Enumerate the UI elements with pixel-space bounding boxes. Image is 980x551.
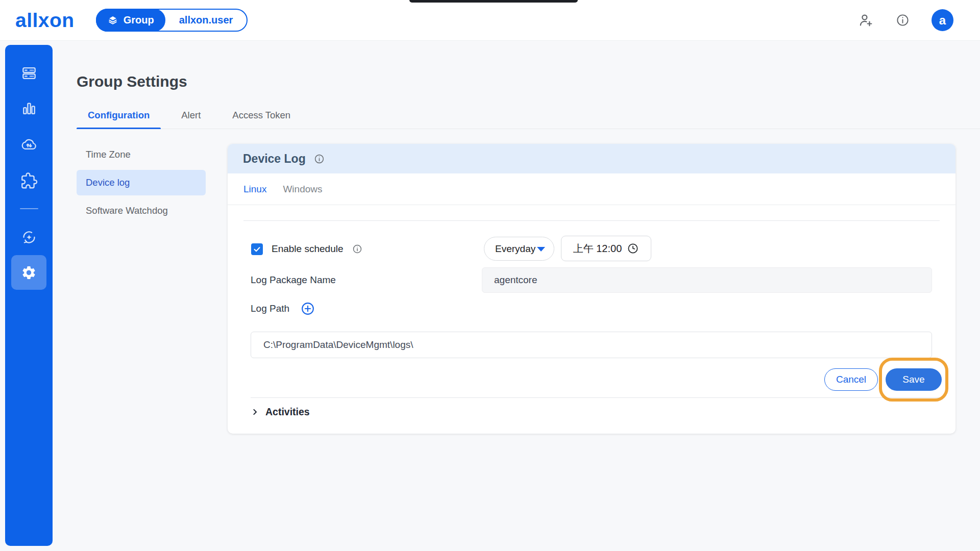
cancel-button[interactable]: Cancel (824, 368, 878, 391)
os-tabbar: Linux Windows (228, 173, 955, 205)
footer-divider (251, 397, 940, 398)
log-path-row: Log Path (251, 302, 315, 316)
plugins-icon[interactable] (20, 172, 37, 189)
page-title: Group Settings (77, 73, 187, 90)
schedule-time-field[interactable]: 上午 12:00 (561, 236, 651, 261)
settings-tabbar: Configuration Alert Access Token (77, 102, 980, 129)
chevron-right-icon (251, 408, 259, 416)
user-avatar[interactable]: a (932, 9, 953, 31)
frequency-dropdown[interactable]: Everyday (484, 237, 554, 261)
tab-access-token[interactable]: Access Token (221, 102, 302, 129)
ota-cloud-icon[interactable] (20, 136, 38, 153)
sidebar-divider (20, 208, 38, 209)
layers-icon (107, 15, 118, 26)
app-header: allxon Group allxon.user (0, 0, 980, 41)
add-log-path-icon[interactable] (301, 302, 315, 316)
schedule-time-value: 上午 12:00 (573, 242, 622, 256)
enable-schedule-row: Enable schedule (251, 239, 362, 259)
dashboard-icon[interactable] (20, 100, 37, 117)
main-sidebar (5, 45, 53, 546)
content-divider (243, 220, 940, 221)
os-tab-linux[interactable]: Linux (243, 184, 266, 195)
screen-notch (409, 0, 578, 3)
group-scope-segment[interactable]: Group (96, 9, 165, 32)
gear-icon (21, 265, 37, 281)
log-path-label: Log Path (251, 303, 289, 314)
device-log-card-header: Device Log (228, 144, 955, 173)
allxon-logo[interactable]: allxon (15, 9, 75, 32)
activities-toggle[interactable]: Activities (251, 404, 310, 419)
enable-schedule-checkbox[interactable] (251, 243, 263, 255)
clock-icon (627, 242, 639, 255)
card-title: Device Log (243, 152, 306, 166)
tab-alert[interactable]: Alert (170, 102, 212, 129)
chevron-down-icon (537, 247, 545, 252)
invite-user-icon[interactable] (858, 12, 874, 28)
devices-icon[interactable] (20, 65, 37, 82)
schedule-info-icon[interactable] (352, 244, 362, 254)
save-button[interactable]: Save (886, 368, 942, 391)
account-name[interactable]: allxon.user (165, 14, 247, 26)
frequency-value: Everyday (495, 243, 535, 255)
group-context-switcher[interactable]: Group allxon.user (96, 9, 248, 32)
log-package-name-input[interactable] (482, 267, 932, 293)
os-tab-windows[interactable]: Windows (283, 184, 322, 195)
activities-label: Activities (265, 406, 310, 418)
device-log-info-icon[interactable] (314, 154, 325, 164)
group-scope-label: Group (124, 14, 154, 26)
log-package-name-label: Log Package Name (251, 274, 336, 286)
tab-configuration[interactable]: Configuration (77, 102, 161, 129)
enable-schedule-label: Enable schedule (272, 243, 344, 255)
subnav-item-software-watchdog[interactable]: Software Watchdog (77, 198, 206, 223)
subnav-item-time-zone[interactable]: Time Zone (77, 142, 206, 167)
subnav-item-device-log[interactable]: Device log (77, 170, 206, 195)
log-path-input[interactable] (251, 332, 932, 358)
device-log-card: Device Log Linux Windows Enable schedule (228, 144, 955, 434)
configuration-subnav: Time Zone Device log Software Watchdog (77, 142, 206, 226)
updates-icon[interactable] (20, 229, 38, 246)
info-icon[interactable] (896, 13, 910, 27)
sidebar-item-settings-active[interactable] (11, 255, 46, 290)
